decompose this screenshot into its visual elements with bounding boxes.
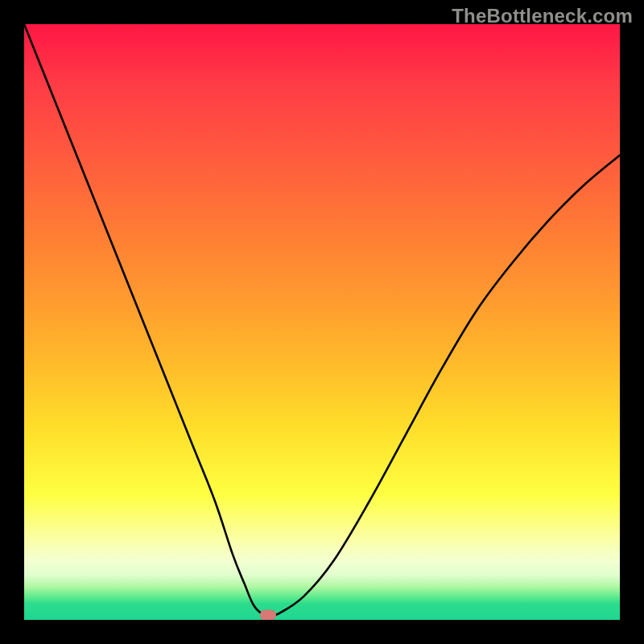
- watermark-label: TheBottleneck.com: [452, 5, 633, 27]
- optimal-marker: [260, 610, 276, 620]
- chart-frame: TheBottleneck.com: [0, 0, 644, 644]
- bottleneck-curve: [24, 24, 620, 620]
- plot-area: [24, 24, 620, 620]
